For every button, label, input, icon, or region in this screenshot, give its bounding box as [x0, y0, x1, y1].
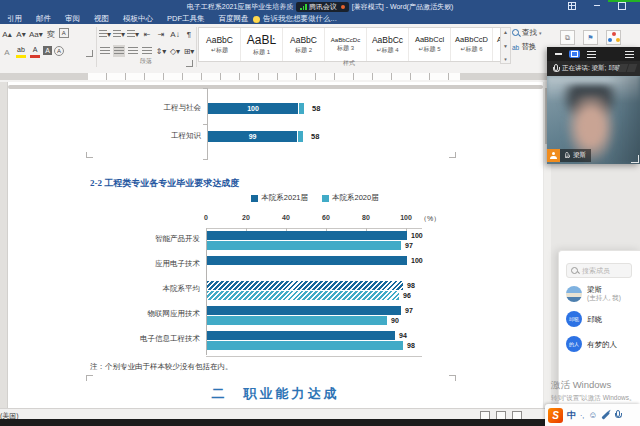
multilevel-list-button[interactable]: ▾: [127, 28, 139, 40]
ribbon-tab[interactable]: 邮件: [29, 14, 58, 24]
shading-button[interactable]: ◇▾: [169, 45, 181, 57]
input-mode-toggle[interactable]: 中: [567, 409, 576, 422]
meeting-overlay[interactable]: 正在讲话: 梁斯; 邱晓 梁斯: [547, 47, 640, 164]
vertical-ruler[interactable]: [0, 82, 8, 408]
axis-tick-label: 100: [400, 214, 412, 221]
circle-char-button[interactable]: A: [54, 46, 64, 56]
ribbon-tab[interactable]: 审阅: [58, 14, 87, 24]
taskbar-edge[interactable]: [0, 419, 640, 426]
meeting-minimize-icon[interactable]: [555, 53, 562, 55]
main-chart[interactable]: 本院系2021届本院系2020届 020406080100 智能产品开发1009…: [130, 190, 525, 360]
style-preview: AaBbCcl: [415, 35, 444, 44]
chart-note: 注：个别专业由于样本较少没有包括在内。: [90, 362, 233, 372]
participant-row[interactable]: 梁斯(主持人, 我): [566, 285, 637, 302]
decrease-indent-button[interactable]: ⇤: [141, 28, 153, 40]
chart-bar-value: 97: [405, 307, 413, 314]
char-shading-button[interactable]: A: [43, 46, 52, 55]
ribbon-tab[interactable]: 百度网盘: [212, 14, 256, 24]
styles-gallery-scroll[interactable]: ▲▼▾: [500, 27, 511, 64]
font-color-button[interactable]: A: [29, 46, 41, 58]
chart-bar-line: 90: [207, 315, 525, 325]
font-group: A▴ A▾ Aa▾ 変 A A ab A A A: [0, 28, 94, 58]
minimize-button[interactable]: [592, 1, 601, 10]
replace-label: 替换: [521, 42, 536, 52]
style-chip[interactable]: AaBbCcl↵标题 5: [409, 28, 451, 61]
meeting-logo-icon: [619, 64, 636, 72]
change-case-button[interactable]: Aa▾: [29, 28, 43, 40]
share-service-icon[interactable]: [606, 30, 621, 45]
align-right-button[interactable]: [127, 45, 139, 57]
numbering-button[interactable]: ▾: [113, 28, 125, 40]
axis-unit-label: （%）: [420, 214, 440, 224]
restore-button[interactable]: [617, 1, 626, 10]
chart-category-row: 物联网应用技术9790: [130, 304, 525, 329]
chart-bar-line: 98: [207, 340, 525, 350]
flag-document-icon[interactable]: ⚑: [583, 30, 598, 45]
borders-button[interactable]: ⊞▾: [183, 45, 195, 57]
microphone-icon: [552, 64, 559, 74]
voice-input-icon[interactable]: [614, 410, 621, 420]
title-compat-suffix: [兼容模式] - Word(产品激活失败): [352, 2, 453, 12]
style-chip[interactable]: AaBbCcDc标题 3: [325, 28, 367, 61]
bullets-button[interactable]: ▾: [99, 28, 111, 40]
justify-button[interactable]: [141, 45, 153, 57]
ribbon-tab[interactable]: 引用: [0, 14, 29, 24]
increase-indent-button[interactable]: ⇥: [155, 28, 167, 40]
ribbon-display-options-button[interactable]: [567, 1, 576, 10]
text-effects-button[interactable]: A: [1, 46, 13, 58]
top-chart[interactable]: 工程与社会10058工程知识9958: [145, 86, 415, 164]
document-sync-icon[interactable]: ⧉: [560, 30, 575, 45]
video-feed[interactable]: 梁斯: [547, 76, 640, 164]
style-chip[interactable]: AaBbCc↵标题 4: [367, 28, 409, 61]
enclose-char-button[interactable]: A: [59, 28, 69, 38]
ribbon-tab[interactable]: 视图: [87, 14, 116, 24]
line-spacing-button[interactable]: ⇕▾: [155, 45, 167, 57]
sort-button[interactable]: A↓: [169, 28, 181, 40]
member-search-box[interactable]: 搜索成员: [566, 263, 632, 278]
paragraph-dialog-launcher[interactable]: [186, 60, 193, 67]
top-chart-bar-value: 99: [249, 133, 257, 140]
page[interactable]: 工程与社会10058工程知识9958 2-2 工程类专业各专业毕业要求达成度 本…: [8, 82, 543, 408]
resize-handle[interactable]: [631, 155, 639, 163]
ribbon-tab[interactable]: 模板中心: [116, 14, 160, 24]
emoji-icon[interactable]: ☺: [588, 411, 597, 420]
meeting-layout-icon[interactable]: [569, 50, 580, 58]
phonetic-guide-button[interactable]: 変: [45, 28, 57, 40]
style-chip[interactable]: AaBbCcD↵标题 6: [451, 28, 493, 61]
find-button[interactable]: 查找▾: [512, 28, 542, 38]
style-chip[interactable]: AaBbC↵标题: [199, 28, 241, 61]
font-dialog-launcher[interactable]: [86, 50, 93, 57]
group-divider: [196, 27, 197, 67]
styles-group-label: 样式: [198, 59, 500, 68]
legend-item: 本院系2020届: [322, 193, 379, 203]
top-chart-bar-cap: [299, 103, 304, 114]
participant-row[interactable]: 邱晓邱晓: [566, 311, 637, 327]
show-marks-button[interactable]: ¶: [183, 28, 195, 40]
ribbon-tab[interactable]: PDF工具集: [160, 14, 212, 24]
pen-icon[interactable]: [602, 411, 610, 419]
replace-button[interactable]: ab 替换: [512, 42, 542, 52]
punctuation-toggle[interactable]: ·,: [580, 412, 584, 419]
tell-me-box[interactable]: 告诉我您想要做什么...: [253, 14, 337, 24]
meeting-list-icon[interactable]: [587, 51, 596, 58]
tencent-meeting-pill[interactable]: 腾讯会议: [296, 2, 349, 12]
input-method-bar: S 中 ·, ☺: [545, 404, 640, 426]
style-name: 标题 3: [337, 44, 354, 53]
meeting-menu-icon[interactable]: [625, 51, 634, 58]
axis-tick-label: 80: [362, 214, 370, 221]
legend-swatch: [251, 195, 258, 202]
horizontal-ruler[interactable]: [0, 70, 640, 82]
highlight-color-button[interactable]: ab: [15, 46, 27, 58]
chart-bar: [207, 281, 403, 290]
participant-name: 梁斯: [587, 285, 621, 294]
style-chip[interactable]: AaBĿ标题 1: [241, 28, 283, 61]
align-left-button[interactable]: [99, 45, 111, 57]
style-chip[interactable]: AaBbC标题 2: [283, 28, 325, 61]
sogou-logo-icon[interactable]: S: [548, 408, 563, 423]
chart-category-label: 物联网应用技术: [130, 304, 200, 323]
align-center-button[interactable]: [113, 45, 125, 57]
shrink-font-button[interactable]: A▾: [15, 28, 27, 40]
participant-row[interactable]: 的人有梦的人: [566, 336, 637, 352]
document-area: 工程与社会10058工程知识9958 2-2 工程类专业各专业毕业要求达成度 本…: [0, 82, 640, 408]
grow-font-button[interactable]: A▴: [1, 28, 13, 40]
